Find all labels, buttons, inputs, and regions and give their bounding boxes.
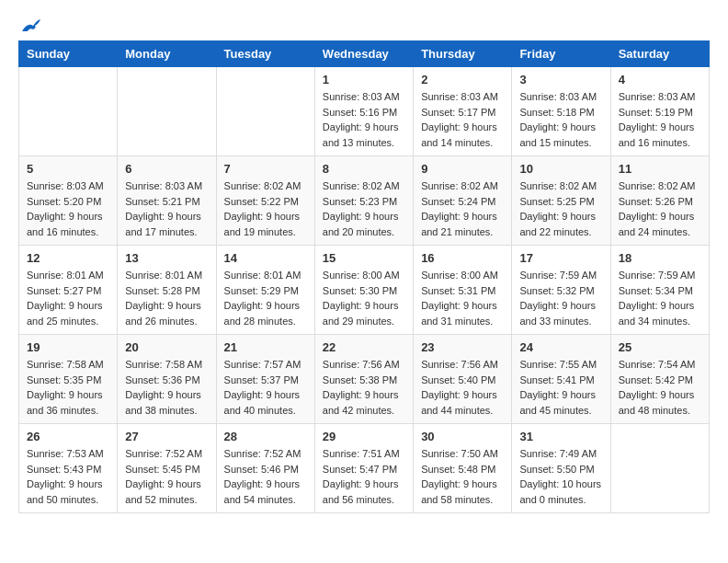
day-info: Sunrise: 7:54 AM Sunset: 5:42 PM Dayligh…	[619, 357, 701, 418]
day-number: 14	[224, 251, 307, 265]
day-info: Sunrise: 7:58 AM Sunset: 5:35 PM Dayligh…	[27, 357, 109, 418]
calendar-week-row: 5Sunrise: 8:03 AM Sunset: 5:20 PM Daylig…	[19, 156, 710, 246]
day-info: Sunrise: 7:55 AM Sunset: 5:41 PM Dayligh…	[519, 357, 602, 418]
day-info: Sunrise: 8:03 AM Sunset: 5:19 PM Dayligh…	[619, 89, 701, 150]
calendar-week-row: 19Sunrise: 7:58 AM Sunset: 5:35 PM Dayli…	[19, 335, 710, 424]
day-info: Sunrise: 7:53 AM Sunset: 5:43 PM Dayligh…	[27, 446, 109, 507]
day-info: Sunrise: 8:03 AM Sunset: 5:16 PM Dayligh…	[323, 89, 405, 150]
logo	[18, 18, 40, 31]
col-header-monday: Monday	[118, 41, 216, 67]
calendar-header-row: SundayMondayTuesdayWednesdayThursdayFrid…	[19, 41, 710, 67]
day-info: Sunrise: 7:58 AM Sunset: 5:36 PM Dayligh…	[125, 357, 208, 418]
day-number: 29	[323, 430, 405, 443]
day-info: Sunrise: 8:02 AM Sunset: 5:25 PM Dayligh…	[519, 178, 602, 239]
calendar-cell: 27Sunrise: 7:52 AM Sunset: 5:45 PM Dayli…	[118, 424, 216, 513]
day-number: 8	[323, 162, 405, 176]
day-info: Sunrise: 8:02 AM Sunset: 5:23 PM Dayligh…	[323, 178, 405, 239]
day-info: Sunrise: 8:00 AM Sunset: 5:31 PM Dayligh…	[421, 268, 504, 328]
col-header-wednesday: Wednesday	[314, 41, 413, 67]
day-number: 15	[323, 251, 405, 265]
day-info: Sunrise: 7:52 AM Sunset: 5:46 PM Dayligh…	[224, 446, 307, 507]
day-info: Sunrise: 8:02 AM Sunset: 5:24 PM Dayligh…	[421, 178, 504, 239]
day-info: Sunrise: 7:51 AM Sunset: 5:47 PM Dayligh…	[323, 446, 405, 507]
day-info: Sunrise: 7:52 AM Sunset: 5:45 PM Dayligh…	[125, 446, 208, 507]
day-info: Sunrise: 7:56 AM Sunset: 5:40 PM Dayligh…	[421, 357, 504, 418]
day-info: Sunrise: 7:56 AM Sunset: 5:38 PM Dayligh…	[323, 357, 405, 418]
calendar-cell: 1Sunrise: 8:03 AM Sunset: 5:16 PM Daylig…	[314, 67, 413, 156]
calendar-cell: 14Sunrise: 8:01 AM Sunset: 5:29 PM Dayli…	[216, 246, 314, 335]
day-number: 18	[619, 251, 701, 265]
day-number: 22	[323, 340, 405, 354]
calendar-cell: 18Sunrise: 7:59 AM Sunset: 5:34 PM Dayli…	[610, 246, 709, 335]
calendar-cell: 23Sunrise: 7:56 AM Sunset: 5:40 PM Dayli…	[414, 335, 512, 424]
day-number: 4	[619, 73, 701, 86]
calendar-week-row: 26Sunrise: 7:53 AM Sunset: 5:43 PM Dayli…	[19, 424, 710, 513]
calendar-cell: 10Sunrise: 8:02 AM Sunset: 5:25 PM Dayli…	[512, 156, 610, 246]
col-header-thursday: Thursday	[414, 41, 512, 67]
day-info: Sunrise: 8:01 AM Sunset: 5:29 PM Dayligh…	[224, 268, 307, 328]
day-info: Sunrise: 8:02 AM Sunset: 5:26 PM Dayligh…	[619, 178, 701, 239]
calendar-cell: 22Sunrise: 7:56 AM Sunset: 5:38 PM Dayli…	[314, 335, 413, 424]
calendar-cell: 3Sunrise: 8:03 AM Sunset: 5:18 PM Daylig…	[512, 67, 610, 156]
calendar-cell: 17Sunrise: 7:59 AM Sunset: 5:32 PM Dayli…	[512, 246, 610, 335]
day-number: 21	[224, 340, 307, 354]
calendar-cell	[610, 424, 709, 513]
day-number: 10	[519, 162, 602, 176]
day-number: 23	[421, 340, 504, 354]
day-info: Sunrise: 7:57 AM Sunset: 5:37 PM Dayligh…	[224, 357, 307, 418]
day-info: Sunrise: 7:59 AM Sunset: 5:32 PM Dayligh…	[519, 268, 602, 328]
day-number: 11	[619, 162, 701, 176]
calendar-cell: 21Sunrise: 7:57 AM Sunset: 5:37 PM Dayli…	[216, 335, 314, 424]
day-info: Sunrise: 7:50 AM Sunset: 5:48 PM Dayligh…	[421, 446, 504, 507]
calendar-cell: 19Sunrise: 7:58 AM Sunset: 5:35 PM Dayli…	[19, 335, 118, 424]
day-info: Sunrise: 8:03 AM Sunset: 5:20 PM Dayligh…	[27, 178, 109, 239]
col-header-saturday: Saturday	[610, 41, 709, 67]
calendar-cell: 15Sunrise: 8:00 AM Sunset: 5:30 PM Dayli…	[314, 246, 413, 335]
calendar-cell: 7Sunrise: 8:02 AM Sunset: 5:22 PM Daylig…	[216, 156, 314, 246]
logo-bird-icon	[20, 18, 40, 35]
calendar-cell: 16Sunrise: 8:00 AM Sunset: 5:31 PM Dayli…	[414, 246, 512, 335]
calendar-cell: 25Sunrise: 7:54 AM Sunset: 5:42 PM Dayli…	[610, 335, 709, 424]
day-number: 30	[421, 430, 504, 443]
col-header-friday: Friday	[512, 41, 610, 67]
calendar-cell: 8Sunrise: 8:02 AM Sunset: 5:23 PM Daylig…	[314, 156, 413, 246]
day-info: Sunrise: 8:00 AM Sunset: 5:30 PM Dayligh…	[323, 268, 405, 328]
page-header	[18, 18, 710, 31]
calendar-cell	[216, 67, 314, 156]
calendar-cell: 11Sunrise: 8:02 AM Sunset: 5:26 PM Dayli…	[610, 156, 709, 246]
day-info: Sunrise: 8:03 AM Sunset: 5:21 PM Dayligh…	[125, 178, 208, 239]
calendar-cell: 28Sunrise: 7:52 AM Sunset: 5:46 PM Dayli…	[216, 424, 314, 513]
day-info: Sunrise: 8:02 AM Sunset: 5:22 PM Dayligh…	[224, 178, 307, 239]
day-number: 5	[27, 162, 109, 176]
day-number: 19	[27, 340, 109, 354]
calendar-cell: 13Sunrise: 8:01 AM Sunset: 5:28 PM Dayli…	[118, 246, 216, 335]
calendar-cell: 9Sunrise: 8:02 AM Sunset: 5:24 PM Daylig…	[414, 156, 512, 246]
calendar-cell: 6Sunrise: 8:03 AM Sunset: 5:21 PM Daylig…	[118, 156, 216, 246]
calendar-cell: 29Sunrise: 7:51 AM Sunset: 5:47 PM Dayli…	[314, 424, 413, 513]
calendar-cell: 31Sunrise: 7:49 AM Sunset: 5:50 PM Dayli…	[512, 424, 610, 513]
day-number: 24	[519, 340, 602, 354]
calendar-cell: 30Sunrise: 7:50 AM Sunset: 5:48 PM Dayli…	[414, 424, 512, 513]
day-number: 26	[27, 430, 109, 443]
calendar-cell: 20Sunrise: 7:58 AM Sunset: 5:36 PM Dayli…	[118, 335, 216, 424]
calendar-table: SundayMondayTuesdayWednesdayThursdayFrid…	[18, 40, 710, 513]
day-info: Sunrise: 8:03 AM Sunset: 5:17 PM Dayligh…	[421, 89, 504, 150]
day-number: 28	[224, 430, 307, 443]
day-number: 31	[519, 430, 602, 443]
day-number: 17	[519, 251, 602, 265]
col-header-sunday: Sunday	[19, 41, 118, 67]
calendar-week-row: 12Sunrise: 8:01 AM Sunset: 5:27 PM Dayli…	[19, 246, 710, 335]
day-number: 1	[323, 73, 405, 86]
calendar-cell: 26Sunrise: 7:53 AM Sunset: 5:43 PM Dayli…	[19, 424, 118, 513]
day-info: Sunrise: 7:49 AM Sunset: 5:50 PM Dayligh…	[519, 446, 602, 507]
day-number: 2	[421, 73, 504, 86]
calendar-cell	[19, 67, 118, 156]
day-info: Sunrise: 8:03 AM Sunset: 5:18 PM Dayligh…	[519, 89, 602, 150]
calendar-cell: 5Sunrise: 8:03 AM Sunset: 5:20 PM Daylig…	[19, 156, 118, 246]
day-info: Sunrise: 7:59 AM Sunset: 5:34 PM Dayligh…	[619, 268, 701, 328]
calendar-cell: 4Sunrise: 8:03 AM Sunset: 5:19 PM Daylig…	[610, 67, 709, 156]
day-number: 6	[125, 162, 208, 176]
day-number: 13	[125, 251, 208, 265]
calendar-cell: 12Sunrise: 8:01 AM Sunset: 5:27 PM Dayli…	[19, 246, 118, 335]
day-number: 9	[421, 162, 504, 176]
